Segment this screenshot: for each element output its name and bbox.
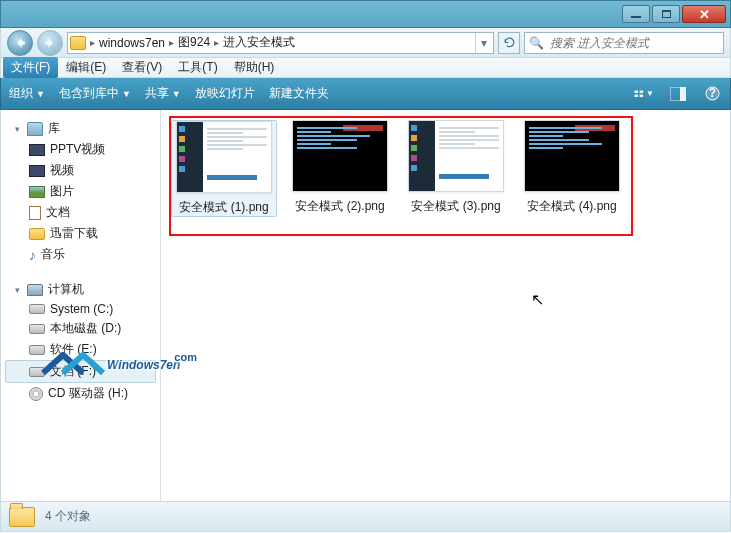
sidebar-label: System (C:) — [50, 302, 113, 316]
menu-edit[interactable]: 编辑(E) — [58, 57, 114, 78]
sidebar-item-local-d[interactable]: 本地磁盘 (D:) — [5, 318, 156, 339]
sidebar-item-soft-e[interactable]: 软件 (E:) — [5, 339, 156, 360]
help-icon: ? — [705, 86, 720, 101]
sidebar-label: 迅雷下载 — [50, 225, 98, 242]
file-item[interactable]: 安全模式 (4).png — [519, 120, 625, 217]
sidebar-label: 视频 — [50, 162, 74, 179]
thumbnails-icon — [634, 86, 644, 102]
video-icon — [29, 144, 45, 156]
library-icon — [27, 122, 43, 136]
maximize-icon — [662, 10, 671, 18]
file-name: 安全模式 (3).png — [403, 198, 509, 215]
help-button[interactable]: ? — [702, 85, 722, 103]
menu-bar: 文件(F) 编辑(E) 查看(V) 工具(T) 帮助(H) — [0, 58, 731, 78]
thumbnail-grid: 安全模式 (1).png 安全模式 (2).png 安全模式 (3).png 安… — [171, 120, 720, 217]
drive-icon — [29, 367, 45, 377]
sidebar-label: 音乐 — [41, 246, 65, 263]
preview-pane-icon — [670, 87, 686, 101]
close-button[interactable]: ✕ — [682, 5, 726, 23]
minimize-button[interactable] — [622, 5, 650, 23]
thumbnail-preview — [524, 120, 620, 192]
sidebar-item-cd-h[interactable]: CD 驱动器 (H:) — [5, 383, 156, 404]
drive-icon — [29, 304, 45, 314]
menu-help[interactable]: 帮助(H) — [226, 57, 283, 78]
share-button[interactable]: 共享▼ — [145, 85, 181, 102]
search-input[interactable] — [548, 35, 719, 51]
svg-rect-0 — [635, 90, 639, 93]
thumbnail-preview — [292, 120, 388, 192]
sidebar-label: 本地磁盘 (D:) — [50, 320, 121, 337]
chevron-down-icon: ▼ — [172, 89, 181, 99]
file-item[interactable]: 安全模式 (1).png — [171, 120, 277, 217]
svg-rect-1 — [640, 90, 644, 93]
thumbnail-preview — [176, 121, 272, 193]
watermark-com: com — [174, 351, 197, 363]
sidebar-item-downloads[interactable]: 迅雷下载 — [5, 223, 156, 244]
sidebar-item-documents[interactable]: 文档 — [5, 202, 156, 223]
breadcrumb-seg-3[interactable]: 进入安全模式 — [219, 34, 299, 51]
forward-button[interactable] — [37, 30, 63, 56]
view-mode-button[interactable]: ▼ — [634, 85, 654, 103]
sidebar-item-doc-f[interactable]: 文档 (F:) — [5, 360, 156, 383]
slideshow-button[interactable]: 放映幻灯片 — [195, 85, 255, 102]
file-item[interactable]: 安全模式 (2).png — [287, 120, 393, 217]
organize-button[interactable]: 组织▼ — [9, 85, 45, 102]
minimize-icon — [631, 16, 641, 18]
sidebar-label: PPTV视频 — [50, 141, 105, 158]
file-item[interactable]: 安全模式 (3).png — [403, 120, 509, 217]
sidebar-label: 库 — [48, 120, 60, 137]
organize-label: 组织 — [9, 85, 33, 102]
chevron-down-icon: ▼ — [646, 89, 654, 98]
history-dropdown[interactable]: ▾ — [475, 33, 491, 53]
preview-pane-button[interactable] — [668, 85, 688, 103]
folder-icon — [29, 228, 45, 240]
folder-icon — [9, 507, 35, 527]
sidebar-item-pictures[interactable]: 图片 — [5, 181, 156, 202]
status-bar: 4 个对象 — [0, 502, 731, 532]
address-bar[interactable]: ▸ windows7en ▸ 图924 ▸ 进入安全模式 ▾ — [67, 32, 494, 54]
sidebar-item-computer[interactable]: ▾计算机 — [5, 279, 156, 300]
breadcrumb-seg-2[interactable]: 图924 — [174, 34, 214, 51]
status-item-count: 4 个对象 — [45, 508, 91, 525]
maximize-button[interactable] — [652, 5, 680, 23]
computer-icon — [27, 284, 43, 296]
sidebar-item-videos[interactable]: 视频 — [5, 160, 156, 181]
cd-icon — [29, 387, 43, 401]
search-box[interactable]: 🔍 — [524, 32, 724, 54]
newfolder-label: 新建文件夹 — [269, 85, 329, 102]
chevron-down-icon: ▼ — [36, 89, 45, 99]
sidebar-item-music[interactable]: ♪音乐 — [5, 244, 156, 265]
back-button[interactable] — [7, 30, 33, 56]
window-titlebar: ✕ — [0, 0, 731, 28]
sidebar-item-pptv[interactable]: PPTV视频 — [5, 139, 156, 160]
back-arrow-icon — [13, 36, 27, 50]
sidebar-label: 图片 — [50, 183, 74, 200]
video-icon — [29, 165, 45, 177]
svg-rect-2 — [635, 94, 639, 97]
include-library-button[interactable]: 包含到库中▼ — [59, 85, 131, 102]
sidebar-item-system-c[interactable]: System (C:) — [5, 300, 156, 318]
breadcrumb-seg-1[interactable]: windows7en — [95, 36, 169, 50]
chevron-down-icon: ▾ — [481, 36, 487, 50]
new-folder-button[interactable]: 新建文件夹 — [269, 85, 329, 102]
client-area: ▾库 PPTV视频 视频 图片 文档 迅雷下载 ♪音乐 ▾计算机 System … — [0, 110, 731, 502]
sidebar-label: CD 驱动器 (H:) — [48, 385, 128, 402]
search-icon: 🔍 — [529, 36, 544, 50]
sidebar-item-libraries[interactable]: ▾库 — [5, 118, 156, 139]
file-list-pane[interactable]: 安全模式 (1).png 安全模式 (2).png 安全模式 (3).png 安… — [161, 110, 730, 501]
file-name: 安全模式 (1).png — [172, 199, 276, 216]
menu-view[interactable]: 查看(V) — [114, 57, 170, 78]
music-icon: ♪ — [29, 247, 36, 263]
sidebar-label: 软件 (E:) — [50, 341, 97, 358]
refresh-icon — [503, 36, 516, 49]
navigation-bar: ▸ windows7en ▸ 图924 ▸ 进入安全模式 ▾ 🔍 — [0, 28, 731, 58]
menu-tools[interactable]: 工具(T) — [170, 57, 225, 78]
close-icon: ✕ — [699, 7, 710, 22]
drive-icon — [29, 345, 45, 355]
refresh-button[interactable] — [498, 32, 520, 54]
menu-file[interactable]: 文件(F) — [3, 57, 58, 78]
forward-arrow-icon — [43, 36, 57, 50]
collapse-icon: ▾ — [13, 285, 22, 294]
share-label: 共享 — [145, 85, 169, 102]
mouse-cursor-icon: ↖ — [531, 290, 544, 309]
